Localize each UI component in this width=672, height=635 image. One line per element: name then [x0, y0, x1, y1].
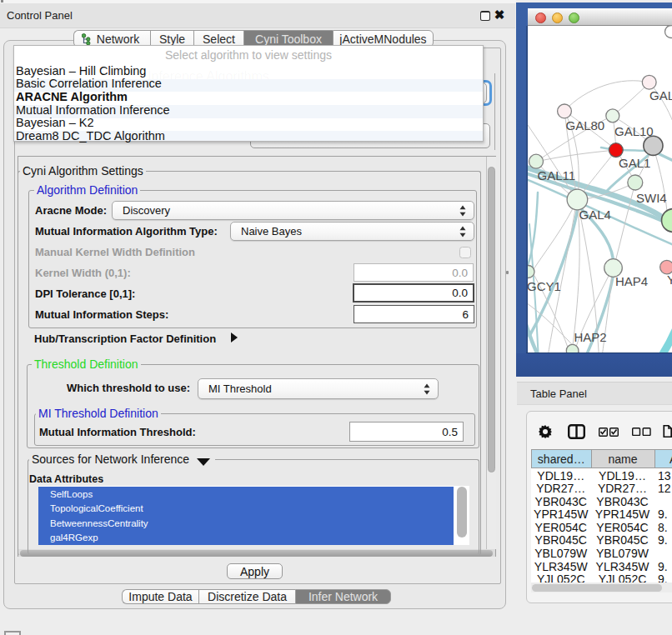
svg-text:Y: Y — [667, 272, 672, 287]
svg-text:GAL2: GAL2 — [649, 88, 672, 102]
svg-text:GAL80: GAL80 — [566, 118, 605, 132]
svg-text:HAP2: HAP2 — [574, 330, 607, 344]
svg-text:GAL11: GAL11 — [538, 168, 576, 182]
svg-text:GCY1: GCY1 — [528, 279, 561, 293]
svg-text:GAL4: GAL4 — [579, 208, 611, 222]
svg-text:HAP4: HAP4 — [615, 274, 648, 288]
svg-text:SWI4: SWI4 — [636, 191, 667, 205]
svg-text:GAL10: GAL10 — [614, 124, 654, 138]
svg-text:GAL1: GAL1 — [619, 156, 650, 170]
